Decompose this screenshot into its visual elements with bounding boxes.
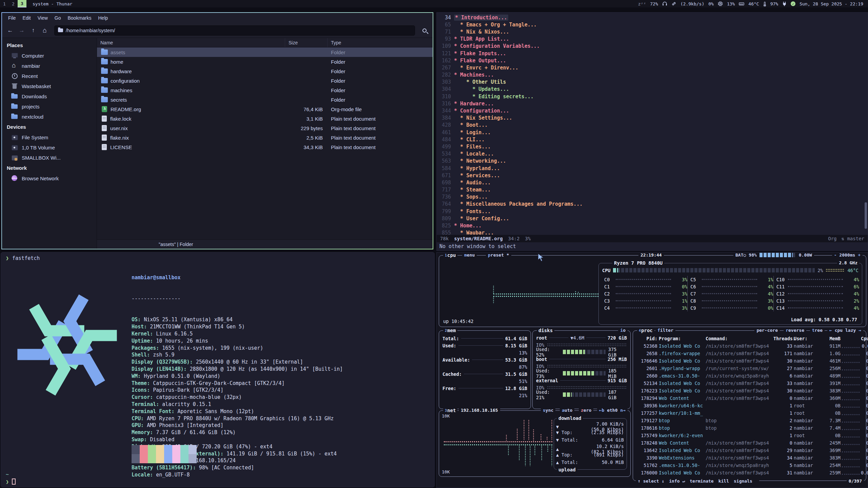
- reverse-button[interactable]: reverse: [784, 328, 806, 333]
- proc-column-program[interactable]: Program:: [659, 336, 704, 341]
- path-bar[interactable]: /home/nambiar/system/: [54, 25, 415, 36]
- org-heading-line[interactable]: 93 * TLDR App List...: [437, 36, 868, 43]
- filter-button[interactable]: filter: [655, 328, 675, 333]
- process-row[interactable]: 13642Isolated Web Co/nix/store/sm8fmrf3w…: [636, 447, 863, 454]
- net-iface-button[interactable]: ←b eth0 n→: [597, 408, 628, 413]
- org-heading-line[interactable]: 698 * Audio...: [437, 179, 868, 186]
- org-heading-line[interactable]: 799 * Fonts...: [437, 208, 868, 215]
- select-keys[interactable]: ↑ select ↓: [638, 479, 664, 484]
- menu-file[interactable]: File: [5, 14, 19, 22]
- per-core-button[interactable]: per-core: [754, 328, 780, 333]
- menu-view[interactable]: View: [35, 14, 51, 22]
- org-heading-line[interactable]: 563 * Networking...: [437, 158, 868, 165]
- back-button[interactable]: ←: [5, 26, 15, 35]
- org-heading-line[interactable]: 825 * Home...: [437, 222, 868, 229]
- file-row-assets[interactable]: assetsFolder: [97, 47, 433, 57]
- process-row[interactable]: 176223Isolated Web Co/nix/store/sm8fmrf3…: [636, 387, 863, 394]
- home-button[interactable]: ⌂: [40, 26, 50, 35]
- org-heading-line[interactable]: 428 * Boot...: [437, 122, 868, 129]
- org-heading-line[interactable]: 584 * Hyprland...: [437, 165, 868, 172]
- org-heading-line[interactable]: 71 * Nix & Nixos...: [437, 28, 868, 35]
- org-heading-line[interactable]: 109 * Configuration Variables...: [437, 43, 868, 50]
- org-heading-line[interactable]: 304 * Updates...: [437, 86, 868, 93]
- sidebar-item-smallbox-wi-[interactable]: SMALLBOX Wi...: [2, 152, 97, 163]
- file-row-flake-lock[interactable]: flake.lock3,1 KiBPlain text document: [97, 114, 433, 123]
- sidebar-item-browse-network[interactable]: Browse Network: [2, 173, 97, 183]
- proc-column-user[interactable]: User:: [794, 336, 820, 341]
- org-heading-line[interactable]: 671 * Services...: [437, 172, 868, 179]
- process-row[interactable]: 52134Isolated Web Co/nix/store/sm8fmrf3w…: [636, 380, 863, 387]
- process-row[interactable]: 2601.Hyprland-wrapp/run/current-system/s…: [636, 365, 863, 372]
- workspace-2[interactable]: 2: [9, 0, 18, 7]
- signals-key[interactable]: signals: [734, 479, 752, 484]
- process-row[interactable]: 176646Isolated Web Co/nix/store/sm8fmrf3…: [636, 357, 863, 365]
- file-row-license[interactable]: LICENSE34,3 KiBPlain text document: [97, 142, 433, 152]
- terminate-key[interactable]: terminate: [690, 479, 713, 484]
- temp-value[interactable]: 46°C: [748, 1, 759, 6]
- org-heading-line[interactable]: 534 * Locale...: [437, 150, 868, 158]
- org-heading-line[interactable]: 310 * Editing secrets...: [437, 93, 868, 100]
- proc-footer-keys[interactable]: ↑ select ↓info ↵terminatekillsignals: [636, 479, 759, 484]
- process-row[interactable]: 52368Isolated Web Co/nix/store/sm8fmrf3w…: [636, 342, 863, 350]
- process-row[interactable]: 3390WebExtensions/nix/store/sm8fmrf3wps4…: [636, 454, 863, 462]
- sidebar-item-file-system[interactable]: File System: [2, 132, 97, 142]
- sidebar-item-downloads[interactable]: Downloads: [2, 91, 97, 101]
- org-heading-line[interactable]: 316 * Hardware...: [437, 100, 868, 107]
- sidebar-item-1-0-tb-volume[interactable]: 1,0 TB Volume: [2, 142, 97, 152]
- column-header-size[interactable]: Size: [285, 38, 328, 47]
- file-row-user-nix[interactable]: user.nix229 bytesPlain text document: [97, 123, 433, 133]
- org-heading-line[interactable]: 303 * Other Utils: [437, 79, 868, 86]
- org-heading-line[interactable]: 282 * Machines...: [437, 72, 868, 79]
- menu-bookmarks[interactable]: Bookmarks: [65, 14, 94, 22]
- cpu-pct-value[interactable]: 13%: [727, 1, 735, 6]
- kill-key[interactable]: kill: [718, 479, 729, 484]
- org-heading-line[interactable]: 344 * Configuration...: [437, 107, 868, 114]
- column-header-name[interactable]: Name: [97, 38, 285, 47]
- proc-column-memb[interactable]: MemB: [821, 336, 841, 341]
- org-heading-line[interactable]: 855 * Waubar...: [437, 229, 868, 235]
- org-buffer[interactable]: 34 * Introduction...65 * Emacs + Org + T…: [437, 13, 868, 235]
- org-heading-line[interactable]: 65 * Emacs + Org + Tangle...: [437, 21, 868, 28]
- file-row-readme-org[interactable]: README.org76,4 KiBOrg-mode file: [97, 104, 433, 114]
- sidebar-item-projects[interactable]: projects: [2, 101, 97, 111]
- menu-button[interactable]: menu: [462, 252, 477, 258]
- process-row[interactable]: 175749kworker/6:2-even1root0B0.0: [636, 432, 863, 439]
- org-heading-line[interactable]: 499 * Files...: [437, 143, 868, 150]
- file-row-secrets[interactable]: secretsFolder: [97, 95, 433, 104]
- process-row[interactable]: 178294Web Content/nix/store/sm8fmrf3wps4…: [636, 394, 863, 402]
- process-row[interactable]: 176000Isolated Web Co/nix/store/sm8fmrf3…: [636, 469, 863, 476]
- file-row-machines[interactable]: machinesFolder: [97, 85, 433, 95]
- org-heading-line[interactable]: 484 * CLI...: [437, 136, 868, 143]
- column-header-type[interactable]: Type: [328, 38, 433, 47]
- sidebar-item-computer[interactable]: Computer: [2, 50, 97, 61]
- process-row[interactable]: 2660.emacs-31.0.50-/nix/store/wnqz5pa8ra…: [636, 372, 863, 380]
- process-row[interactable]: 179127btopbtop2nambiar7.3M0.0: [636, 417, 863, 424]
- net-zero-button[interactable]: zero: [579, 408, 593, 413]
- process-row[interactable]: 38936kworker/u64:6-kc1root0B0.0: [636, 402, 863, 409]
- up-button[interactable]: ↑: [28, 26, 38, 35]
- process-row[interactable]: 177257kworker/10:1-mm_1root0B0.0: [636, 409, 863, 417]
- net-rate-value[interactable]: (2.9kb/s): [680, 1, 704, 6]
- sidebar-item-nextcloud[interactable]: nextcloud: [2, 111, 97, 122]
- sidebar-item-recent[interactable]: Recent: [2, 71, 97, 81]
- path-text[interactable]: /home/nambiar/system/: [66, 28, 115, 33]
- org-heading-line[interactable]: 384 * Nix Settings...: [437, 115, 868, 122]
- info-key[interactable]: info ↵: [669, 479, 685, 484]
- sidebar-item-nambiar[interactable]: nambiar: [2, 61, 97, 71]
- process-row[interactable]: 178616btopbtop2nambiar7.4M0.0: [636, 424, 863, 432]
- org-heading-line[interactable]: 34 * Introduction...: [437, 14, 868, 21]
- battery-value[interactable]: 97%: [770, 1, 778, 6]
- org-heading-line[interactable]: 461 * Login...: [437, 129, 868, 136]
- net-auto-button[interactable]: auto: [560, 408, 574, 413]
- org-heading-line[interactable]: 736 * Sops...: [437, 194, 868, 201]
- file-row-home[interactable]: homeFolder: [97, 57, 433, 66]
- process-row[interactable]: 51762.emacs-31.0.50-/nix/store/wnqz5pa8r…: [636, 462, 863, 469]
- proc-column-command[interactable]: Command:: [706, 336, 772, 341]
- file-row-configuration[interactable]: configurationFolder: [97, 76, 433, 85]
- org-heading-line[interactable]: 717 * Steam...: [437, 186, 868, 194]
- search-button[interactable]: [420, 26, 429, 35]
- emacs-scrollbar[interactable]: [865, 202, 867, 229]
- menu-edit[interactable]: Edit: [20, 14, 34, 22]
- file-row-flake-nix[interactable]: flake.nix2,5 KiBPlain text document: [97, 133, 433, 142]
- org-heading-line[interactable]: 121 * Flake Inputs...: [437, 50, 868, 57]
